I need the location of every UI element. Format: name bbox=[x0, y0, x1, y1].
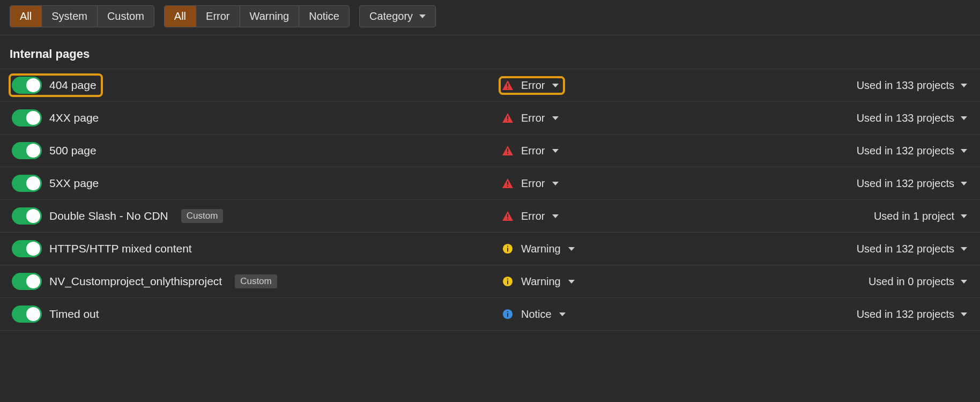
issue-list: 404 pageErrorUsed in 133 projects4XX pag… bbox=[0, 69, 980, 331]
warning-triangle-icon bbox=[502, 211, 514, 221]
issue-row: HTTPS/HTTP mixed contentWarningUsed in 1… bbox=[0, 232, 980, 265]
issue-name-wrap: NV_Customproject_onlythisproject bbox=[10, 271, 227, 292]
used-in-dropdown[interactable]: Used in 1 project bbox=[874, 210, 970, 222]
severity-dropdown[interactable]: Notice bbox=[500, 306, 682, 323]
issue-row: NV_Customproject_onlythisprojectCustomWa… bbox=[0, 265, 980, 297]
severity-wrap: Error bbox=[500, 175, 564, 192]
issue-toggle-name: HTTPS/HTTP mixed content bbox=[10, 238, 492, 259]
issue-toggle-name: 4XX page bbox=[10, 107, 492, 129]
severity-label: Error bbox=[521, 79, 545, 92]
severity-label: Error bbox=[521, 210, 545, 222]
svg-rect-15 bbox=[507, 280, 508, 284]
enable-toggle[interactable] bbox=[12, 142, 42, 159]
svg-rect-11 bbox=[507, 246, 508, 247]
used-in-label: Used in 132 projects bbox=[857, 145, 954, 157]
enable-toggle[interactable] bbox=[12, 306, 42, 323]
toggle-knob bbox=[26, 176, 40, 190]
svg-rect-3 bbox=[507, 121, 508, 122]
issue-name: Double Slash - No CDN bbox=[49, 210, 168, 222]
chevron-down-icon bbox=[552, 182, 559, 185]
used-in-dropdown[interactable]: Used in 132 projects bbox=[857, 243, 970, 255]
chevron-down-icon bbox=[559, 312, 566, 316]
issue-toggle-name: Timed out bbox=[10, 303, 492, 325]
used-in-dropdown[interactable]: Used in 133 projects bbox=[857, 112, 970, 124]
used-in-label: Used in 0 projects bbox=[868, 276, 954, 288]
svg-rect-1 bbox=[507, 88, 508, 89]
issue-toggle-name: NV_Customproject_onlythisprojectCustom bbox=[10, 271, 492, 292]
severity-label: Warning bbox=[521, 276, 561, 288]
enable-toggle[interactable] bbox=[12, 175, 42, 192]
issue-name-wrap: 404 page bbox=[10, 75, 102, 96]
svg-rect-8 bbox=[507, 214, 508, 217]
issue-name: 5XX page bbox=[49, 177, 99, 190]
filter-severity-all[interactable]: All bbox=[165, 6, 196, 27]
chevron-down-icon bbox=[961, 312, 967, 316]
enable-toggle[interactable] bbox=[12, 207, 42, 225]
severity-label: Error bbox=[521, 112, 545, 124]
info-circle-icon bbox=[502, 276, 514, 287]
svg-rect-12 bbox=[507, 248, 508, 251]
used-in-label: Used in 133 projects bbox=[857, 79, 954, 92]
severity-dropdown[interactable]: Error bbox=[500, 208, 682, 225]
type-filter-group: All System Custom bbox=[10, 5, 154, 27]
issue-toggle-name: 404 page bbox=[10, 75, 492, 96]
filter-severity-notice[interactable]: Notice bbox=[299, 6, 349, 27]
svg-rect-2 bbox=[507, 116, 508, 119]
issue-name-wrap: Timed out bbox=[10, 303, 105, 325]
section-title: Internal pages bbox=[0, 35, 980, 69]
issue-toggle-name: 5XX page bbox=[10, 173, 492, 194]
issue-name: 500 page bbox=[49, 144, 96, 157]
severity-dropdown[interactable]: Warning bbox=[500, 241, 682, 257]
filter-type-custom[interactable]: Custom bbox=[98, 6, 154, 27]
filter-type-all[interactable]: All bbox=[10, 6, 42, 27]
severity-dropdown[interactable]: Error bbox=[500, 110, 682, 126]
svg-rect-7 bbox=[507, 186, 508, 187]
warning-triangle-icon bbox=[502, 145, 514, 156]
info-circle-icon bbox=[502, 243, 514, 254]
severity-dropdown[interactable]: Warning bbox=[500, 273, 682, 290]
filter-type-system[interactable]: System bbox=[42, 6, 98, 27]
filter-severity-warning[interactable]: Warning bbox=[240, 6, 300, 27]
used-in-dropdown[interactable]: Used in 132 projects bbox=[857, 177, 970, 190]
used-in-dropdown[interactable]: Used in 133 projects bbox=[857, 79, 970, 92]
severity-wrap: Warning bbox=[500, 241, 580, 257]
severity-label: Notice bbox=[521, 308, 552, 321]
toggle-knob bbox=[26, 307, 40, 321]
custom-badge: Custom bbox=[181, 209, 224, 223]
used-in-label: Used in 133 projects bbox=[857, 112, 954, 124]
severity-wrap: Error bbox=[500, 143, 564, 159]
used-in-label: Used in 132 projects bbox=[857, 177, 954, 190]
severity-wrap: Warning bbox=[500, 273, 580, 290]
enable-toggle[interactable] bbox=[12, 77, 42, 94]
chevron-down-icon bbox=[419, 14, 426, 18]
issue-row: 404 pageErrorUsed in 133 projects bbox=[0, 69, 980, 101]
filter-severity-error[interactable]: Error bbox=[196, 6, 240, 27]
used-in-dropdown[interactable]: Used in 132 projects bbox=[857, 308, 970, 321]
enable-toggle[interactable] bbox=[12, 273, 42, 290]
issue-name-wrap: 500 page bbox=[10, 140, 102, 161]
severity-dropdown[interactable]: Error bbox=[500, 77, 682, 94]
severity-label: Error bbox=[521, 177, 545, 190]
used-in-label: Used in 132 projects bbox=[857, 308, 954, 321]
issue-name: Timed out bbox=[49, 308, 99, 321]
severity-wrap: Error bbox=[500, 77, 564, 94]
svg-rect-4 bbox=[507, 148, 508, 152]
severity-wrap: Notice bbox=[500, 306, 571, 323]
severity-dropdown[interactable]: Error bbox=[500, 143, 682, 159]
chevron-down-icon bbox=[568, 247, 575, 251]
used-in-dropdown[interactable]: Used in 132 projects bbox=[857, 145, 970, 157]
enable-toggle[interactable] bbox=[12, 109, 42, 126]
filter-category-label: Category bbox=[369, 10, 413, 23]
chevron-down-icon bbox=[552, 84, 559, 87]
severity-wrap: Error bbox=[500, 110, 564, 126]
issue-row: Double Slash - No CDNCustomErrorUsed in … bbox=[0, 199, 980, 232]
issue-row: 500 pageErrorUsed in 132 projects bbox=[0, 134, 980, 167]
enable-toggle[interactable] bbox=[12, 240, 42, 257]
toggle-knob bbox=[26, 78, 40, 92]
toggle-knob bbox=[26, 242, 40, 256]
severity-dropdown[interactable]: Error bbox=[500, 175, 682, 192]
used-in-dropdown[interactable]: Used in 0 projects bbox=[868, 276, 970, 288]
chevron-down-icon bbox=[552, 149, 559, 153]
chevron-down-icon bbox=[961, 149, 967, 153]
filter-category-dropdown[interactable]: Category bbox=[359, 5, 436, 27]
